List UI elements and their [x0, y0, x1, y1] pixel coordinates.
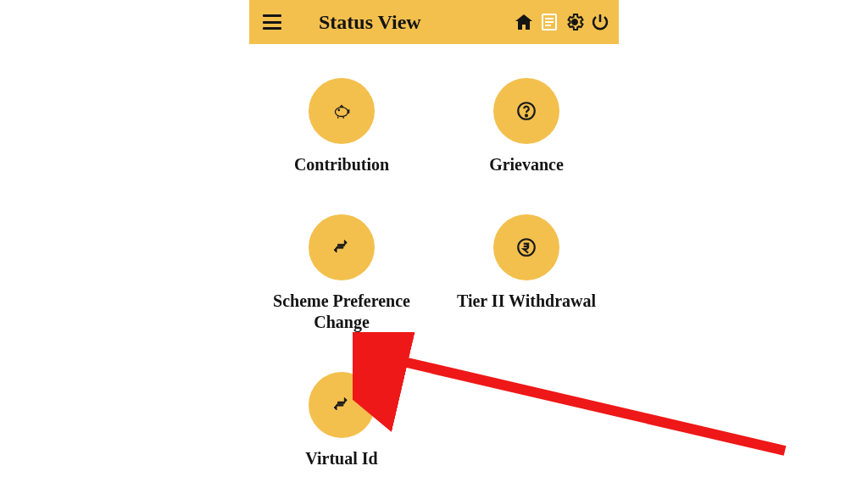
- header-action-icons: [514, 12, 610, 32]
- menu-item-virtual-id[interactable]: Virtual Id: [249, 372, 434, 469]
- menu-item-contribution[interactable]: Contribution: [249, 78, 434, 175]
- menu-label: Virtual Id: [305, 448, 377, 469]
- home-icon[interactable]: [514, 12, 534, 32]
- menu-grid: Contribution Grievance Scheme Preference…: [249, 44, 619, 469]
- svg-point-4: [573, 20, 577, 25]
- menu-label: Scheme Preference Change: [261, 291, 422, 333]
- menu-label: Contribution: [294, 154, 389, 175]
- document-icon[interactable]: [539, 12, 559, 32]
- arrows-icon: [309, 372, 375, 438]
- header-bar: Status View: [249, 0, 619, 44]
- piggy-icon: [309, 78, 375, 144]
- arrows-icon: [309, 214, 375, 280]
- menu-item-scheme-preference-change[interactable]: Scheme Preference Change: [249, 214, 434, 333]
- empty-cell: [434, 372, 619, 469]
- menu-label: Grievance: [489, 154, 564, 175]
- power-icon[interactable]: [590, 12, 610, 32]
- app-screen: Status View: [249, 0, 619, 469]
- menu-item-tier-ii-withdrawal[interactable]: Tier II Withdrawal: [434, 214, 619, 333]
- menu-label: Tier II Withdrawal: [457, 291, 596, 312]
- svg-point-6: [338, 109, 339, 110]
- menu-item-grievance[interactable]: Grievance: [434, 78, 619, 175]
- question-icon: [493, 78, 559, 144]
- svg-point-5: [335, 108, 348, 117]
- menu-icon[interactable]: [263, 14, 281, 30]
- rupee-icon: [493, 214, 559, 280]
- svg-point-8: [526, 114, 527, 116]
- settings-icon[interactable]: [565, 12, 585, 32]
- page-title: Status View: [319, 11, 514, 34]
